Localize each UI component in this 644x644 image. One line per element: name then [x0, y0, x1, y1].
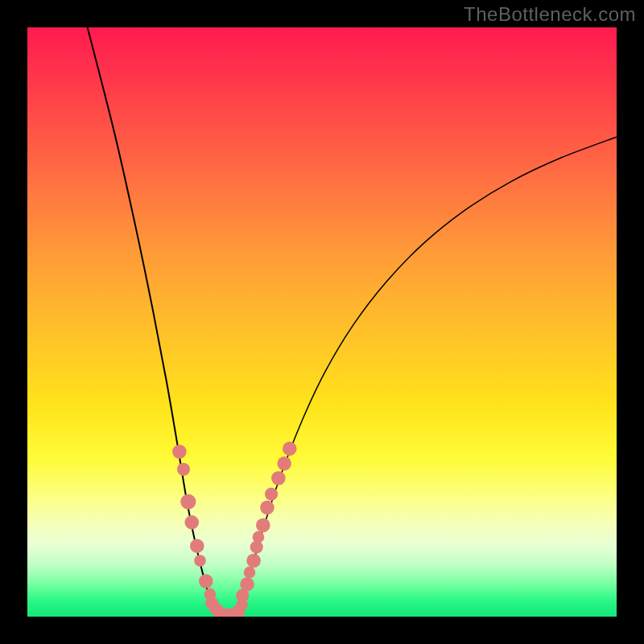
marker-dot: [240, 577, 254, 592]
scatter-markers: [172, 442, 296, 617]
left-curve: [88, 27, 230, 617]
marker-dot: [194, 555, 206, 567]
marker-dot: [246, 554, 261, 568]
chart-svg: [27, 27, 617, 617]
marker-dot: [190, 539, 204, 553]
marker-dot: [180, 494, 196, 510]
right-curve: [230, 137, 617, 617]
watermark-text: TheBottleneck.com: [464, 3, 636, 26]
marker-dot: [172, 444, 187, 459]
chart-frame: TheBottleneck.com: [0, 0, 644, 644]
marker-dot: [199, 574, 213, 588]
marker-dot: [177, 463, 190, 476]
plot-area: [27, 27, 617, 617]
marker-dot: [271, 471, 286, 485]
marker-dot: [277, 456, 291, 471]
marker-dot: [260, 501, 275, 515]
marker-dot: [244, 567, 256, 579]
marker-dot: [283, 442, 297, 456]
marker-dot: [184, 515, 199, 530]
marker-dot: [253, 531, 265, 543]
marker-dot: [265, 488, 278, 501]
marker-dot: [256, 518, 270, 533]
